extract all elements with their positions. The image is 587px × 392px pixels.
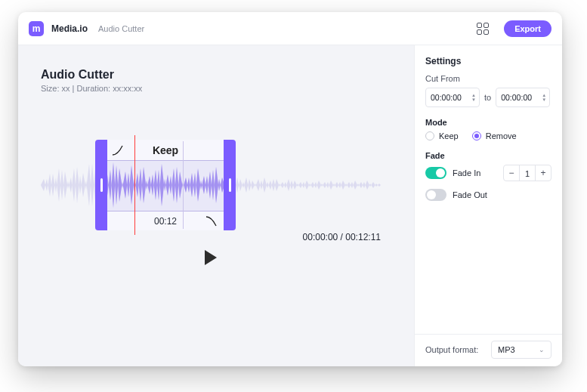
header-bar: m Media.io Audio Cutter Export [18, 12, 562, 45]
mode-radio-remove[interactable]: Remove [472, 131, 517, 140]
mode-radio-keep[interactable]: Keep [425, 131, 459, 140]
chevron-down-icon[interactable]: ▼ [471, 97, 476, 102]
increment-button[interactable]: + [536, 165, 551, 181]
fade-out-toggle[interactable] [425, 189, 446, 201]
brand-name: Media.io [51, 23, 88, 34]
to-label: to [484, 93, 491, 102]
time-display: 00:00:00 / 00:12:11 [303, 232, 381, 242]
selection-top-bar: Keep [107, 140, 224, 161]
play-button[interactable] [205, 250, 217, 265]
mode-remove-label: Remove [486, 131, 517, 140]
cut-to-input[interactable]: 00:00:00 ▲▼ [496, 88, 550, 107]
cut-from-input[interactable]: 00:00:00 ▲▼ [425, 88, 480, 107]
fade-out-label: Fade Out [453, 190, 487, 199]
cut-from-stepper[interactable]: ▲▼ [471, 93, 476, 102]
selection-time: 00:12 [154, 216, 177, 227]
radio-icon [425, 131, 434, 140]
output-format-select[interactable]: MP3 ⌄ [491, 341, 551, 359]
playhead-line [134, 135, 135, 235]
fade-out-curve-icon [205, 215, 218, 227]
page-title: Audio Cutter [41, 68, 400, 82]
selection-label: Keep [153, 144, 178, 156]
fade-in-curve-icon [112, 144, 124, 156]
output-format-label: Output format: [425, 345, 478, 354]
chevron-down-icon[interactable]: ▼ [542, 97, 546, 102]
fade-in-toggle[interactable] [425, 167, 446, 179]
selection-divider [183, 141, 184, 229]
mode-title: Mode [425, 118, 551, 127]
output-footer: Output format: MP3 ⌄ [415, 334, 562, 366]
selection-handle-left[interactable] [95, 140, 107, 230]
cut-to-stepper[interactable]: ▲▼ [542, 93, 546, 102]
selection-handle-right[interactable] [224, 140, 236, 230]
selection-box[interactable]: Keep 00:12 [105, 140, 226, 230]
fade-in-stepper[interactable]: − 1 + [503, 165, 551, 181]
export-button[interactable]: Export [504, 20, 551, 37]
chevron-down-icon: ⌄ [539, 346, 545, 353]
mode-keep-label: Keep [439, 131, 459, 140]
radio-icon [472, 131, 481, 140]
selection-bottom-bar: 00:12 [107, 211, 224, 230]
cut-from-value: 00:00:00 [431, 93, 462, 102]
settings-panel: Settings Cut From 00:00:00 ▲▼ to 00:00:0… [414, 45, 562, 366]
output-format-value: MP3 [498, 345, 515, 354]
fade-in-value: 1 [519, 165, 536, 181]
file-meta: Size: xx | Duration: xx:xx:xx [41, 84, 400, 93]
time-display-row: 00:00:00 / 00:12:11 [41, 232, 381, 242]
app-window: m Media.io Audio Cutter Export Audio Cut… [18, 12, 562, 366]
settings-title: Settings [425, 56, 551, 66]
cut-from-label: Cut From [425, 74, 551, 83]
app-body: Audio Cutter Size: xx | Duration: xx:xx:… [18, 45, 562, 366]
fade-in-label: Fade In [453, 168, 480, 177]
logo-icon: m [29, 21, 44, 36]
fade-title: Fade [425, 151, 551, 160]
main-panel: Audio Cutter Size: xx | Duration: xx:xx:… [18, 45, 414, 366]
breadcrumb: Audio Cutter [98, 24, 144, 33]
decrement-button[interactable]: − [504, 165, 519, 181]
apps-grid-icon[interactable] [477, 23, 489, 35]
cut-to-value: 00:00:00 [501, 93, 532, 102]
waveform[interactable]: Keep 00:12 [41, 147, 381, 223]
